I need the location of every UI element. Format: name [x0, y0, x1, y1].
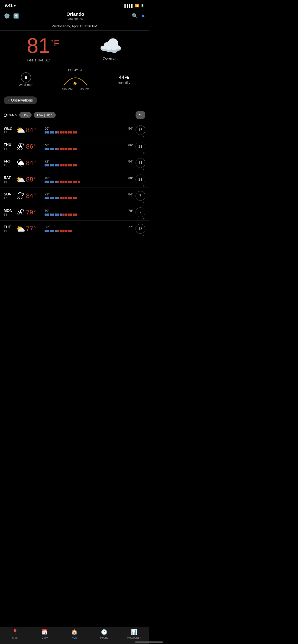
bar-red — [65, 197, 67, 199]
bar-red — [60, 230, 62, 232]
bar-red — [68, 164, 70, 166]
bar-red — [70, 131, 72, 134]
bar-blue — [57, 197, 59, 199]
high-temp: 79° — [128, 209, 133, 212]
bar-blue — [52, 214, 54, 216]
search-icon[interactable]: 🔍 — [132, 13, 138, 19]
forecast-day: TUE 19 — [4, 225, 15, 233]
forecast-header: RECA Day Low | High 〜 — [0, 108, 149, 122]
bar-blue — [55, 131, 57, 134]
bar-blue — [50, 214, 52, 216]
forecast-row[interactable]: MON 18 ⛈ 79° 70° 79° 7 ▼ — [0, 204, 149, 221]
forecast-row[interactable]: SUN 17 ⛈ 84° 72° 84° 7 ▼ — [0, 188, 149, 204]
high-temp: 84° — [128, 160, 133, 163]
forecast-row[interactable]: SAT 16 ⛅ 88° 70° 88° 11 ▼ — [0, 171, 149, 188]
forecast-row[interactable]: TUE 19 ⛅ 77° 66° 77° 13 ▼ — [0, 221, 149, 237]
bar-red — [65, 131, 67, 134]
gps-icon[interactable]: ➤ — [141, 13, 145, 19]
bar-red — [73, 180, 75, 183]
bar-red — [70, 214, 72, 216]
bar-blue — [55, 164, 57, 166]
temp-range-bar — [45, 230, 133, 232]
settings-icon[interactable]: ⚙️ — [4, 13, 10, 19]
bar-blue — [47, 148, 49, 150]
bar-red — [65, 164, 67, 166]
day-pill[interactable]: Day — [19, 112, 32, 118]
wind-filter-pill[interactable]: 〜 — [136, 111, 145, 119]
bar-blue — [45, 164, 47, 166]
range-labels: 66° 77° — [45, 225, 133, 229]
bar-blue — [60, 214, 62, 216]
sun-arc: ☀️ — [62, 72, 89, 86]
bar-red — [65, 230, 67, 232]
bar-red — [73, 214, 75, 216]
bar-red — [70, 164, 72, 166]
bar-blue — [47, 131, 49, 134]
temp-range-bar — [45, 197, 133, 199]
observations-button[interactable]: ‹ Observations — [4, 96, 37, 104]
wind-speed: 7 — [139, 194, 142, 198]
sunrise-time: 7:02 AM — [62, 87, 73, 90]
range-labels: 66° 84° — [45, 126, 133, 130]
bar-red — [75, 164, 77, 166]
bar-blue — [52, 230, 54, 232]
forecast-wind: 13 ▼ — [136, 224, 145, 234]
sunset-time: 7:50 PM — [78, 87, 89, 90]
bar-blue — [55, 197, 57, 199]
forecast-row[interactable]: THU 14 ⛈ 86° 68° 86° 11 ▼ — [0, 138, 149, 155]
status-time: 9:41 ➤ — [5, 3, 16, 8]
bar-blue — [50, 148, 52, 150]
chevron-down-icon: ▼ — [143, 218, 145, 220]
bar-blue — [47, 230, 49, 232]
forecast-row[interactable]: WED 13 ⛅ 84° 66° 84° 16 ▼ — [0, 122, 149, 138]
forecast-wind: 7 ▼ — [136, 208, 145, 217]
bar-blue — [57, 164, 59, 166]
high-temp: 88° — [128, 176, 133, 180]
forecast-weather-icon: ⛅ — [15, 126, 26, 134]
bar-blue — [52, 197, 54, 199]
bar-blue — [47, 180, 49, 183]
forecast-wind: 11 ▼ — [136, 142, 145, 152]
cloud-icon: ☁️ — [99, 37, 122, 55]
city-name: Orlando — [66, 12, 84, 17]
bar-red — [57, 131, 59, 134]
humidity-value: 44% — [118, 74, 130, 80]
chevron-left-icon: ‹ — [8, 98, 9, 102]
low-temp: 66° — [45, 225, 50, 229]
range-labels: 72° 84° — [45, 192, 133, 196]
bar-red — [75, 214, 77, 216]
condition-label: Overcast — [99, 56, 122, 61]
bar-red — [70, 180, 72, 183]
bar-blue — [50, 230, 52, 232]
temp-range-bar — [45, 148, 133, 150]
wind-stat: 9 Wind mph — [19, 72, 34, 87]
humidity-label: Humidity — [118, 81, 130, 84]
share-icon[interactable]: ⬆️ — [13, 13, 19, 19]
high-temp: 84° — [128, 126, 133, 130]
bar-blue — [52, 180, 54, 183]
low-temp: 72° — [45, 160, 50, 163]
range-labels: 72° 84° — [45, 160, 133, 163]
bar-red — [65, 148, 67, 150]
sun-times: 7:02 AM 7:50 PM — [62, 87, 89, 90]
temp-range-bar — [45, 131, 133, 134]
temp-number: 81 — [27, 35, 50, 56]
bar-red — [57, 230, 59, 232]
bar-blue — [52, 131, 54, 134]
bar-blue — [50, 197, 52, 199]
bar-blue — [57, 214, 59, 216]
bar-red — [68, 214, 70, 216]
forecast-section: RECA Day Low | High 〜 WED 13 ⛅ 84° 66° 8… — [0, 108, 149, 237]
low-temp: 70° — [45, 209, 50, 212]
bar-blue — [55, 230, 57, 232]
day-num: 17 — [4, 196, 15, 200]
range-pill[interactable]: Low | High — [34, 112, 56, 118]
header-right: 🔍 ➤ — [132, 13, 145, 19]
chevron-down-icon: ▼ — [143, 234, 145, 237]
day-num: 18 — [4, 213, 15, 216]
bar-red — [60, 148, 62, 150]
bar-blue — [45, 148, 47, 150]
range-labels: 68° 86° — [45, 143, 133, 147]
forecast-row[interactable]: FRI 15 🌦 84° 72° 84° 11 ▼ — [0, 155, 149, 171]
forecast-temp: 84° — [26, 192, 42, 200]
